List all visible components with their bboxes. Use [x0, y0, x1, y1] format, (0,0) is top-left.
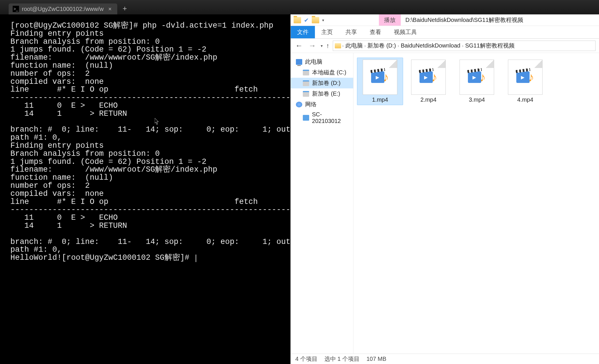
chevron-right-icon[interactable]: ›: [398, 43, 399, 48]
folder-icon[interactable]: [294, 17, 301, 23]
sidebar-this-pc[interactable]: 此电脑: [291, 56, 353, 67]
nav-history-dropdown[interactable]: ▾: [321, 43, 323, 48]
qat-dropdown-icon[interactable]: ▾: [322, 18, 324, 22]
window-tab-bar: >_ root@UgyZwC1000102:/www/w × +: [0, 0, 599, 14]
file-name-label: 4.mp4: [504, 96, 546, 103]
status-bar: 4 个项目 选中 1 个项目 107 MB: [291, 354, 599, 364]
new-tab-button[interactable]: +: [117, 4, 132, 13]
computer-icon: [296, 59, 302, 65]
file-list[interactable]: ♪ 1.mp4 ♪ 2.mp4 ♪ 3.mp4 ♪ 4.mp4: [354, 53, 599, 354]
video-file-icon: ♪: [508, 60, 543, 95]
file-name-label: 1.mp4: [359, 96, 401, 103]
ribbon-tab-video-tools[interactable]: 视频工具: [388, 26, 423, 38]
computer-icon: [303, 115, 309, 121]
video-file-icon: ♪: [363, 60, 397, 95]
video-file-icon: ♪: [460, 60, 494, 95]
sidebar-network[interactable]: 网络: [291, 99, 353, 110]
ribbon-tab-file[interactable]: 文件: [291, 26, 315, 38]
mouse-pointer-icon: [155, 118, 159, 125]
sidebar-label: 新加卷 (D:): [312, 79, 341, 87]
drive-icon: [303, 80, 309, 86]
status-item-count: 4 个项目: [295, 355, 318, 363]
nav-up-button[interactable]: ↑: [326, 42, 329, 50]
sidebar-drive-d[interactable]: 新加卷 (D:): [291, 78, 353, 88]
ribbon-tab-view[interactable]: 查看: [363, 26, 388, 38]
navigation-bar: ← → ▾ ↑ › 此电脑 › 新加卷 (D:) › BaiduNetdiskD…: [291, 39, 599, 53]
breadcrumb-current[interactable]: SG11解密教程视频: [464, 42, 515, 50]
ribbon-tab-home[interactable]: 主页: [315, 26, 339, 38]
window-title-path: D:\BaiduNetdiskDownload\SG11解密教程视频: [401, 14, 528, 26]
status-size: 107 MB: [366, 356, 386, 362]
status-selected-count: 选中 1 个项目: [324, 355, 360, 363]
terminal-cursor: [196, 255, 196, 262]
drive-icon: [303, 70, 309, 75]
sidebar-label: 新加卷 (E:): [312, 90, 340, 98]
network-icon: [296, 102, 302, 107]
sidebar-label: SC-202103012: [312, 111, 350, 124]
file-name-label: 2.mp4: [407, 96, 449, 103]
terminal-pane[interactable]: [root@UgyZwC1000102 SG解密]# php -dvld.act…: [8, 14, 290, 364]
navigation-pane: 此电脑 本地磁盘 (C:) 新加卷 (D:) 新加卷 (E:) 网络 SC-20…: [291, 53, 354, 354]
sidebar-label: 此电脑: [305, 58, 322, 66]
tab-title: root@UgyZwC1000102:/www/w: [22, 6, 104, 12]
explorer-titlebar: ✔ ▾ 播放 D:\BaiduNetdiskDownload\SG11解密教程视…: [291, 14, 599, 26]
chevron-right-icon[interactable]: ›: [462, 43, 464, 48]
sidebar-label: 网络: [305, 101, 317, 108]
checkmark-icon[interactable]: ✔: [304, 17, 309, 24]
ribbon-tabs: 文件 主页 共享 查看 视频工具: [291, 26, 599, 39]
file-item[interactable]: ♪ 3.mp4: [454, 58, 500, 105]
folder-icon: [335, 43, 341, 48]
sidebar-drive-c[interactable]: 本地磁盘 (C:): [291, 67, 353, 78]
terminal-icon: >_: [13, 6, 19, 12]
video-file-icon: ♪: [411, 60, 446, 95]
terminal-tab[interactable]: >_ root@UgyZwC1000102:/www/w ×: [9, 3, 117, 14]
file-explorer-window: ✔ ▾ 播放 D:\BaiduNetdiskDownload\SG11解密教程视…: [290, 14, 599, 364]
breadcrumb-this-pc[interactable]: 此电脑: [345, 42, 363, 50]
nav-back-button[interactable]: ←: [294, 41, 304, 50]
file-item[interactable]: ♪ 1.mp4: [357, 58, 403, 105]
sidebar-computer-node[interactable]: SC-202103012: [291, 110, 353, 126]
file-item[interactable]: ♪ 2.mp4: [405, 58, 451, 105]
chevron-right-icon[interactable]: ›: [342, 43, 344, 48]
sidebar-drive-e[interactable]: 新加卷 (E:): [291, 88, 353, 99]
explorer-content: 此电脑 本地磁盘 (C:) 新加卷 (D:) 新加卷 (E:) 网络 SC-20…: [291, 53, 599, 354]
breadcrumb-folder[interactable]: BaiduNetdiskDownload: [400, 42, 461, 49]
breadcrumb-drive-d[interactable]: 新加卷 (D:): [367, 42, 396, 50]
tab-close-button[interactable]: ×: [107, 6, 114, 12]
file-name-label: 3.mp4: [456, 96, 498, 103]
terminal-output: [root@UgyZwC1000102 SG解密]# php -dvld.act…: [10, 21, 290, 262]
folder-icon[interactable]: [312, 17, 319, 23]
sidebar-label: 本地磁盘 (C:): [312, 69, 346, 76]
chevron-right-icon[interactable]: ›: [364, 43, 366, 48]
nav-forward-button[interactable]: →: [307, 41, 317, 50]
quick-access-toolbar: ✔ ▾: [291, 14, 327, 26]
file-item[interactable]: ♪ 4.mp4: [502, 58, 548, 105]
drive-icon: [303, 91, 309, 97]
address-bar[interactable]: › 此电脑 › 新加卷 (D:) › BaiduNetdiskDownload …: [333, 41, 596, 51]
ribbon-context-label: 播放: [379, 14, 401, 26]
ribbon-tab-share[interactable]: 共享: [339, 26, 363, 38]
